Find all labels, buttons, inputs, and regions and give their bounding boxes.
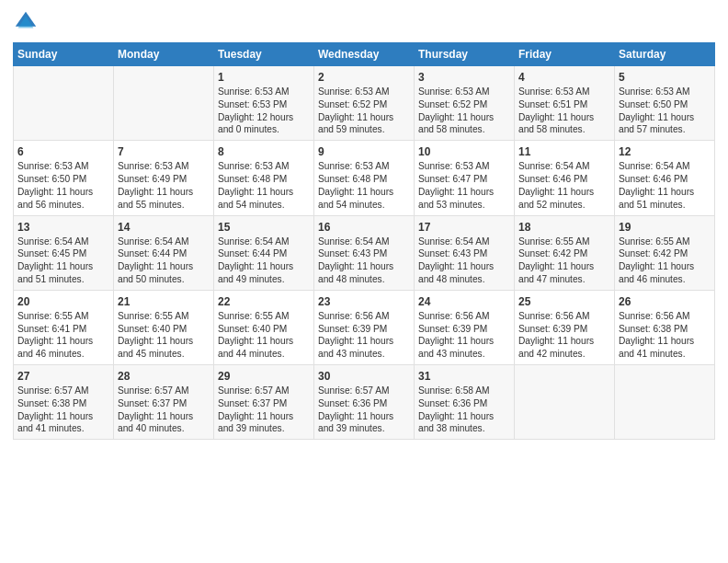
day-number: 4 xyxy=(518,70,610,85)
day-header-sunday: Sunday xyxy=(14,43,114,66)
day-number: 1 xyxy=(218,70,310,85)
day-header-wednesday: Wednesday xyxy=(314,43,415,66)
day-number: 11 xyxy=(518,144,610,159)
cell-content: Sunrise: 6:54 AMSunset: 6:45 PMDaylight:… xyxy=(17,236,109,286)
day-number: 15 xyxy=(218,220,310,235)
calendar-cell: 8Sunrise: 6:53 AMSunset: 6:48 PMDaylight… xyxy=(214,141,314,215)
cell-content: Sunrise: 6:57 AMSunset: 6:36 PMDaylight:… xyxy=(318,385,410,435)
day-number: 21 xyxy=(118,294,210,309)
calendar-table: SundayMondayTuesdayWednesdayThursdayFrid… xyxy=(13,42,715,440)
cell-content: Sunrise: 6:54 AMSunset: 6:43 PMDaylight:… xyxy=(318,236,410,286)
day-number: 3 xyxy=(418,70,510,85)
day-number: 29 xyxy=(218,369,310,384)
day-number: 14 xyxy=(118,220,210,235)
calendar-cell xyxy=(14,66,114,141)
day-number: 16 xyxy=(318,220,410,235)
cell-content: Sunrise: 6:57 AMSunset: 6:38 PMDaylight:… xyxy=(17,385,109,435)
day-number: 17 xyxy=(418,220,510,235)
cell-content: Sunrise: 6:53 AMSunset: 6:51 PMDaylight:… xyxy=(518,86,610,136)
cell-content: Sunrise: 6:53 AMSunset: 6:50 PMDaylight:… xyxy=(619,86,711,136)
cell-content: Sunrise: 6:56 AMSunset: 6:39 PMDaylight:… xyxy=(318,310,410,361)
cell-content: Sunrise: 6:53 AMSunset: 6:50 PMDaylight:… xyxy=(17,160,109,211)
cell-content: Sunrise: 6:53 AMSunset: 6:47 PMDaylight:… xyxy=(418,160,510,211)
cell-content: Sunrise: 6:53 AMSunset: 6:52 PMDaylight:… xyxy=(318,86,410,136)
calendar-cell: 19Sunrise: 6:55 AMSunset: 6:42 PMDayligh… xyxy=(615,215,715,290)
week-row-3: 13Sunrise: 6:54 AMSunset: 6:45 PMDayligh… xyxy=(14,215,715,290)
calendar-cell: 11Sunrise: 6:54 AMSunset: 6:46 PMDayligh… xyxy=(515,141,615,215)
calendar-cell: 13Sunrise: 6:54 AMSunset: 6:45 PMDayligh… xyxy=(14,215,114,290)
day-number: 19 xyxy=(619,220,711,235)
cell-content: Sunrise: 6:56 AMSunset: 6:39 PMDaylight:… xyxy=(418,310,510,361)
day-number: 10 xyxy=(418,144,510,159)
calendar-cell: 18Sunrise: 6:55 AMSunset: 6:42 PMDayligh… xyxy=(515,215,615,290)
calendar-cell: 17Sunrise: 6:54 AMSunset: 6:43 PMDayligh… xyxy=(415,215,515,290)
cell-content: Sunrise: 6:56 AMSunset: 6:38 PMDaylight:… xyxy=(619,310,711,361)
calendar-cell: 4Sunrise: 6:53 AMSunset: 6:51 PMDaylight… xyxy=(515,66,615,141)
day-header-saturday: Saturday xyxy=(615,43,715,66)
calendar-cell: 25Sunrise: 6:56 AMSunset: 6:39 PMDayligh… xyxy=(515,290,615,364)
day-number: 9 xyxy=(318,144,410,159)
calendar-header: SundayMondayTuesdayWednesdayThursdayFrid… xyxy=(14,43,715,66)
calendar-cell: 21Sunrise: 6:55 AMSunset: 6:40 PMDayligh… xyxy=(114,290,214,364)
day-number: 12 xyxy=(619,144,711,159)
day-number: 20 xyxy=(17,294,109,309)
cell-content: Sunrise: 6:55 AMSunset: 6:41 PMDaylight:… xyxy=(17,310,109,361)
calendar-cell: 3Sunrise: 6:53 AMSunset: 6:52 PMDaylight… xyxy=(415,66,515,141)
day-number: 13 xyxy=(17,220,109,235)
calendar-cell xyxy=(615,365,715,440)
day-number: 7 xyxy=(118,144,210,159)
cell-content: Sunrise: 6:53 AMSunset: 6:52 PMDaylight:… xyxy=(418,86,510,136)
calendar-cell: 23Sunrise: 6:56 AMSunset: 6:39 PMDayligh… xyxy=(314,290,415,364)
day-number: 30 xyxy=(318,369,410,384)
cell-content: Sunrise: 6:54 AMSunset: 6:46 PMDaylight:… xyxy=(518,160,610,211)
week-row-4: 20Sunrise: 6:55 AMSunset: 6:41 PMDayligh… xyxy=(14,290,715,364)
calendar-body: 1Sunrise: 6:53 AMSunset: 6:53 PMDaylight… xyxy=(14,66,715,440)
calendar-cell: 28Sunrise: 6:57 AMSunset: 6:37 PMDayligh… xyxy=(114,365,214,440)
calendar-cell: 6Sunrise: 6:53 AMSunset: 6:50 PMDaylight… xyxy=(14,141,114,215)
calendar-cell: 26Sunrise: 6:56 AMSunset: 6:38 PMDayligh… xyxy=(615,290,715,364)
week-row-5: 27Sunrise: 6:57 AMSunset: 6:38 PMDayligh… xyxy=(14,365,715,440)
cell-content: Sunrise: 6:54 AMSunset: 6:43 PMDaylight:… xyxy=(418,236,510,286)
day-number: 27 xyxy=(17,369,109,384)
calendar-cell: 14Sunrise: 6:54 AMSunset: 6:44 PMDayligh… xyxy=(114,215,214,290)
day-number: 18 xyxy=(518,220,610,235)
cell-content: Sunrise: 6:53 AMSunset: 6:49 PMDaylight:… xyxy=(118,160,210,211)
day-number: 8 xyxy=(218,144,310,159)
calendar-cell: 7Sunrise: 6:53 AMSunset: 6:49 PMDaylight… xyxy=(114,141,214,215)
cell-content: Sunrise: 6:56 AMSunset: 6:39 PMDaylight:… xyxy=(518,310,610,361)
cell-content: Sunrise: 6:55 AMSunset: 6:42 PMDaylight:… xyxy=(518,236,610,286)
day-number: 24 xyxy=(418,294,510,309)
day-header-friday: Friday xyxy=(515,43,615,66)
logo-icon xyxy=(13,9,39,35)
calendar-cell: 16Sunrise: 6:54 AMSunset: 6:43 PMDayligh… xyxy=(314,215,415,290)
day-number: 28 xyxy=(118,369,210,384)
calendar-cell: 9Sunrise: 6:53 AMSunset: 6:48 PMDaylight… xyxy=(314,141,415,215)
day-number: 2 xyxy=(318,70,410,85)
calendar-cell: 30Sunrise: 6:57 AMSunset: 6:36 PMDayligh… xyxy=(314,365,415,440)
cell-content: Sunrise: 6:55 AMSunset: 6:42 PMDaylight:… xyxy=(619,236,711,286)
cell-content: Sunrise: 6:58 AMSunset: 6:36 PMDaylight:… xyxy=(418,385,510,435)
cell-content: Sunrise: 6:53 AMSunset: 6:48 PMDaylight:… xyxy=(318,160,410,211)
cell-content: Sunrise: 6:54 AMSunset: 6:44 PMDaylight:… xyxy=(118,236,210,286)
cell-content: Sunrise: 6:53 AMSunset: 6:53 PMDaylight:… xyxy=(218,86,310,136)
calendar-cell: 12Sunrise: 6:54 AMSunset: 6:46 PMDayligh… xyxy=(615,141,715,215)
cell-content: Sunrise: 6:53 AMSunset: 6:48 PMDaylight:… xyxy=(218,160,310,211)
cell-content: Sunrise: 6:54 AMSunset: 6:46 PMDaylight:… xyxy=(619,160,711,211)
logo xyxy=(13,9,42,35)
calendar-cell: 24Sunrise: 6:56 AMSunset: 6:39 PMDayligh… xyxy=(415,290,515,364)
calendar-cell: 10Sunrise: 6:53 AMSunset: 6:47 PMDayligh… xyxy=(415,141,515,215)
header xyxy=(13,9,715,35)
calendar-cell: 5Sunrise: 6:53 AMSunset: 6:50 PMDaylight… xyxy=(615,66,715,141)
day-number: 22 xyxy=(218,294,310,309)
day-number: 5 xyxy=(619,70,711,85)
day-header-tuesday: Tuesday xyxy=(214,43,314,66)
calendar-cell: 27Sunrise: 6:57 AMSunset: 6:38 PMDayligh… xyxy=(14,365,114,440)
calendar-cell: 1Sunrise: 6:53 AMSunset: 6:53 PMDaylight… xyxy=(214,66,314,141)
calendar-cell: 2Sunrise: 6:53 AMSunset: 6:52 PMDaylight… xyxy=(314,66,415,141)
cell-content: Sunrise: 6:54 AMSunset: 6:44 PMDaylight:… xyxy=(218,236,310,286)
calendar-cell: 31Sunrise: 6:58 AMSunset: 6:36 PMDayligh… xyxy=(415,365,515,440)
day-header-monday: Monday xyxy=(114,43,214,66)
cell-content: Sunrise: 6:57 AMSunset: 6:37 PMDaylight:… xyxy=(118,385,210,435)
calendar-cell: 15Sunrise: 6:54 AMSunset: 6:44 PMDayligh… xyxy=(214,215,314,290)
page: SundayMondayTuesdayWednesdayThursdayFrid… xyxy=(0,0,728,563)
